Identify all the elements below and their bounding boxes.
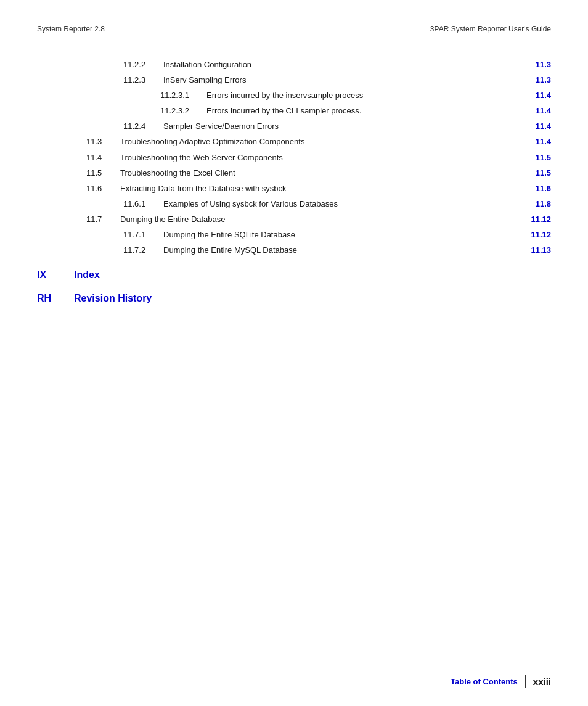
page-number: 11.5	[536, 151, 551, 165]
section-title: Extracting Data from the Database with s…	[120, 182, 287, 195]
section-number: 11.2.3.1	[160, 89, 206, 102]
heading-prefix: IX	[37, 269, 74, 281]
heading-prefix: RH	[37, 293, 74, 304]
toc-entry: 11.6Extracting Data from the Database wi…	[37, 182, 551, 195]
toc-entry: 11.7.1Dumping the Entire SQLite Database…	[37, 228, 551, 242]
section-number: 11.6.1	[123, 197, 163, 211]
section-title: Installation Configuration	[163, 58, 251, 72]
section-number: 11.3	[86, 135, 120, 149]
toc-entry: 11.2.3InServ Sampling Errors11.3	[37, 73, 551, 87]
page-number: 11.4	[536, 104, 551, 118]
toc-section-heading: IXIndex	[37, 269, 551, 281]
section-number: 11.5	[86, 166, 120, 180]
header-left: System Reporter 2.8	[37, 25, 105, 33]
toc-entry: 11.2.3.1Errors incurred by the inservsam…	[37, 89, 551, 102]
heading-title: Revision History	[74, 293, 152, 304]
page-number: 11.8	[536, 197, 551, 211]
section-number: 11.7.1	[123, 228, 163, 242]
page-number: 11.4	[536, 89, 551, 102]
section-title: Examples of Using sysbck for Various Dat…	[163, 197, 338, 211]
footer-divider	[525, 675, 526, 688]
section-title: Sampler Service/Daemon Errors	[163, 120, 279, 133]
section-number: 11.2.3	[123, 73, 163, 87]
page-number: 11.5	[536, 166, 551, 180]
toc-entry: 11.3Troubleshooting Adaptive Optimizatio…	[37, 135, 551, 149]
page: System Reporter 2.8 3PAR System Reporter…	[0, 0, 588, 706]
section-title: Troubleshooting the Excel Client	[120, 166, 235, 180]
section-number: 11.6	[86, 182, 120, 195]
toc-entry: 11.7.2Dumping the Entire MySQL Database1…	[37, 244, 551, 257]
page-number: 11.13	[531, 244, 551, 257]
page-footer: Table of Contents xxiii	[451, 675, 551, 688]
section-title: Dumping the Entire SQLite Database	[163, 228, 295, 242]
toc-entry: 11.2.4Sampler Service/Daemon Errors11.4	[37, 120, 551, 133]
table-of-contents-link[interactable]: Table of Contents	[451, 677, 518, 686]
section-title: Errors incurred by the inservsample proc…	[206, 89, 363, 102]
heading-title: Index	[74, 269, 100, 281]
page-number: 11.3	[536, 73, 551, 87]
page-header: System Reporter 2.8 3PAR System Reporter…	[37, 25, 551, 33]
section-title: Dumping the Entire Database	[120, 213, 226, 226]
page-number: 11.12	[531, 228, 551, 242]
section-number: 11.7	[86, 213, 120, 226]
page-number: xxiii	[533, 676, 551, 687]
toc-entries: 11.2.2Installation Configuration11.311.2…	[37, 58, 551, 304]
section-title: Dumping the Entire MySQL Database	[163, 244, 297, 257]
section-title: InServ Sampling Errors	[163, 73, 246, 87]
toc-entry: 11.2.2Installation Configuration11.3	[37, 58, 551, 72]
toc-entry: 11.4Troubleshooting the Web Server Compo…	[37, 151, 551, 165]
section-number: 11.2.3.2	[160, 104, 206, 118]
section-number: 11.2.4	[123, 120, 163, 133]
section-title: Troubleshooting the Web Server Component…	[120, 151, 283, 165]
section-title: Errors incurred by the CLI sampler proce…	[206, 104, 361, 118]
toc-entry: 11.5Troubleshooting the Excel Client11.5	[37, 166, 551, 180]
section-number: 11.4	[86, 151, 120, 165]
toc-entry: 11.7Dumping the Entire Database11.12	[37, 213, 551, 226]
section-title: Troubleshooting Adaptive Optimization Co…	[120, 135, 304, 149]
header-right: 3PAR System Reporter User's Guide	[430, 25, 551, 33]
toc-section-heading: RHRevision History	[37, 293, 551, 304]
section-number: 11.2.2	[123, 58, 163, 72]
page-number: 11.12	[531, 213, 551, 226]
page-number: 11.3	[536, 58, 551, 72]
page-number: 11.4	[536, 135, 551, 149]
page-number: 11.4	[536, 120, 551, 133]
section-number: 11.7.2	[123, 244, 163, 257]
toc-entry: 11.2.3.2Errors incurred by the CLI sampl…	[37, 104, 551, 118]
toc-entry: 11.6.1Examples of Using sysbck for Vario…	[37, 197, 551, 211]
page-number: 11.6	[536, 182, 551, 195]
